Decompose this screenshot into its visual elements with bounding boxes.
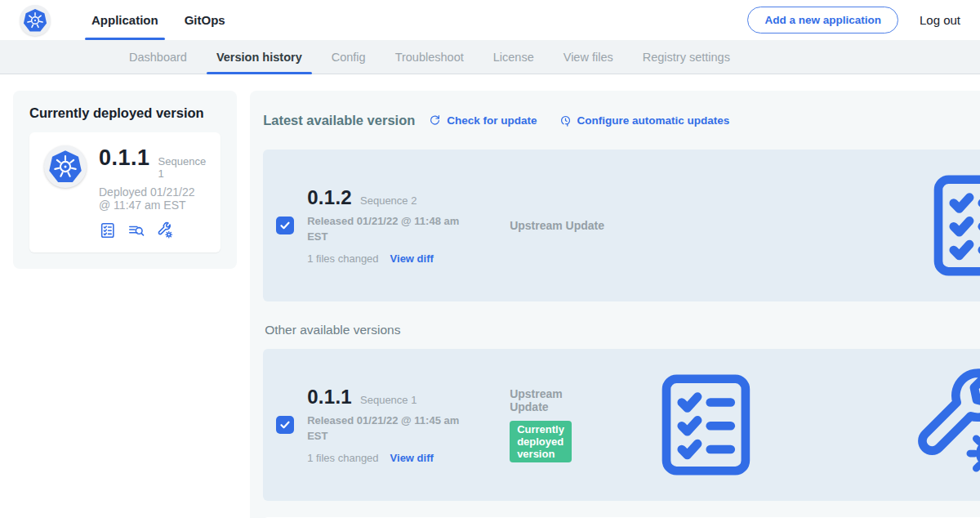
deployed-version-details: 0.1.1 Sequence 1 Deployed 01/21/22 @ 11:…	[99, 145, 206, 239]
latest-available-title: Latest available version	[263, 113, 415, 128]
subtab-license-label: License	[493, 51, 534, 64]
subtab-troubleshoot[interactable]: Troubleshoot	[381, 40, 479, 74]
sequence-label: Sequence 2	[360, 194, 416, 207]
version-checkbox[interactable]	[276, 416, 294, 434]
subtab-config[interactable]: Config	[317, 40, 381, 74]
kubernetes-logo-icon	[20, 5, 51, 36]
view-diff-link[interactable]: View diff	[390, 452, 434, 464]
version-row-0-1-1: 0.1.1Sequence 1 Released 01/21/22 @ 11:4…	[263, 349, 980, 501]
subtab-dashboard-label: Dashboard	[129, 51, 187, 64]
row-gap	[263, 501, 980, 517]
view-files-icon[interactable]	[127, 221, 145, 239]
subtab-registry-settings-label: Registry settings	[643, 51, 730, 64]
currently-deployed-title: Currently deployed version	[29, 105, 220, 121]
subtab-dashboard[interactable]: Dashboard	[114, 40, 202, 74]
app-sub-navbar: Dashboard Version history Config Trouble…	[0, 40, 980, 74]
preflight-checks-icon[interactable]	[857, 164, 980, 287]
main-content: Currently deployed version 0.1.1 Sequenc…	[0, 74, 980, 518]
tab-gitops[interactable]: GitOps	[172, 0, 238, 40]
deployed-version-actions	[99, 221, 206, 239]
tab-application[interactable]: Application	[78, 0, 172, 40]
currently-deployed-panel: Currently deployed version 0.1.1 Sequenc…	[13, 91, 237, 269]
version-source: Upstream Update	[510, 219, 844, 232]
subtab-view-files[interactable]: View files	[549, 40, 628, 74]
subtab-view-files-label: View files	[564, 51, 613, 64]
source-label: Upstream Update	[510, 219, 844, 232]
preflight-checks-icon[interactable]	[585, 364, 830, 486]
available-versions-header: Latest available version Check for updat…	[263, 105, 980, 135]
checkmark-icon	[279, 419, 291, 431]
configure-automatic-updates-link[interactable]: Configure automatic updates	[559, 114, 730, 127]
topnav-spacer	[238, 0, 748, 40]
clock-refresh-icon	[559, 114, 572, 127]
deployed-version-card: 0.1.1 Sequence 1 Deployed 01/21/22 @ 11:…	[29, 132, 220, 252]
tab-application-label: Application	[91, 13, 158, 27]
subtab-version-history-label: Version history	[216, 51, 302, 64]
deployed-sequence-label: Sequence 1	[158, 155, 207, 180]
version-actions: Deploy	[857, 164, 980, 287]
currently-deployed-badge: Currently deployed version	[510, 421, 572, 462]
source-label: Upstream Update	[510, 387, 572, 413]
logout-link[interactable]: Log out	[920, 13, 960, 27]
subtab-version-history[interactable]: Version history	[202, 40, 317, 74]
version-info: 0.1.2Sequence 2 Released 01/21/22 @ 11:4…	[307, 186, 497, 264]
files-changed-label: 1 files changed	[307, 252, 378, 265]
add-new-application-button[interactable]: Add a new application	[747, 7, 898, 33]
version-checkbox[interactable]	[276, 217, 294, 234]
edit-config-icon[interactable]	[842, 364, 980, 486]
check-for-update-label: Check for update	[447, 114, 537, 127]
version-row-0-1-2: 0.1.2Sequence 2 Released 01/21/22 @ 11:4…	[263, 150, 980, 301]
subtab-registry-settings[interactable]: Registry settings	[628, 40, 745, 74]
checkmark-icon	[279, 220, 291, 231]
available-versions-panel: Latest available version Check for updat…	[250, 91, 980, 518]
subtab-license[interactable]: License	[479, 40, 549, 74]
version-actions: Redeploy	[585, 364, 980, 486]
version-source: Upstream Update Currently deployed versi…	[510, 387, 572, 462]
view-diff-link[interactable]: View diff	[390, 252, 434, 265]
check-for-update-link[interactable]: Check for update	[428, 114, 537, 127]
preflight-checks-icon[interactable]	[99, 221, 117, 239]
released-timestamp: Released 01/21/22 @ 11:48 am EST	[307, 214, 466, 243]
subtab-config-label: Config	[332, 51, 366, 64]
top-navbar: Application GitOps Add a new application…	[0, 0, 980, 40]
deployed-version-number: 0.1.1	[99, 145, 150, 171]
tab-gitops-label: GitOps	[185, 13, 225, 27]
refresh-icon	[428, 114, 442, 127]
sequence-label: Sequence 1	[360, 394, 416, 406]
version-number: 0.1.2	[307, 186, 352, 208]
configure-automatic-updates-label: Configure automatic updates	[577, 114, 730, 127]
released-timestamp: Released 01/21/22 @ 11:45 am EST	[307, 413, 466, 443]
subtab-troubleshoot-label: Troubleshoot	[395, 51, 464, 64]
version-number: 0.1.1	[307, 386, 352, 408]
other-available-versions-heading: Other available versions	[265, 323, 980, 337]
deployed-timestamp: Deployed 01/21/22 @ 11:47 am EST	[99, 185, 206, 212]
version-info: 0.1.1Sequence 1 Released 01/21/22 @ 11:4…	[307, 386, 497, 463]
app-kubernetes-icon	[44, 145, 87, 188]
edit-config-icon[interactable]	[156, 221, 174, 239]
files-changed-label: 1 files changed	[307, 452, 378, 464]
